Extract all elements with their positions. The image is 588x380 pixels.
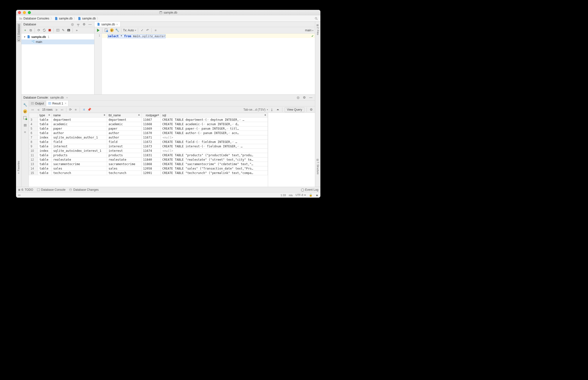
cell-name[interactable]: sacramentocrime [52,162,107,166]
cell-type[interactable]: table [38,162,52,166]
run-button[interactable] [96,28,100,33]
breadcrumb-item[interactable]: Database Consoles [18,17,50,20]
tx-mode-label[interactable]: Tx: Auto [123,29,134,32]
stop-icon[interactable]: ■ [74,107,78,112]
cell-name[interactable]: sales [52,166,107,171]
cell-name[interactable]: department [52,117,107,122]
cell-type[interactable]: table [38,157,52,162]
cell-sql[interactable]: CREATE TABLE paper⏎(⏎ panum INTEGER,⏎ ti… [161,126,268,131]
cell-tbl_name[interactable]: sales [107,166,142,171]
gear-icon[interactable]: ⚙ [309,107,313,112]
cell-name[interactable]: author [52,131,107,135]
tab-output[interactable]: Output [29,100,46,106]
col-sql[interactable]: sql◆ [161,113,268,117]
cell-sql[interactable]: CREATE TABLE "products" ("productCode" t… [161,153,268,157]
table-icon[interactable] [56,28,60,33]
close-console-icon[interactable]: × [66,96,68,99]
table-row[interactable]: 8tablefieldfield11672CREATE TABLE field⏎… [29,140,268,144]
gear-icon[interactable]: ⚙ [302,95,306,100]
event-log-button[interactable]: ◯ Event Log [301,188,318,191]
face-icon[interactable]: ☻ [315,194,318,197]
result-table[interactable]: type◆ name◆ tbl_name◆ rootpage◆ sql◆ 3ta… [29,113,268,175]
cell-sql[interactable]: CREATE TABLE "sacramentocrime" ("cdateti… [161,162,268,166]
cell-rootpage[interactable]: 11670 [142,131,161,135]
chevron-down-icon[interactable]: ▾ [135,29,136,32]
cell-rootpage[interactable]: 12091 [142,171,161,175]
last-page-icon[interactable]: ⏭ [60,107,64,112]
todo-button[interactable]: ≣ 6: TODO [18,188,33,191]
table-row[interactable]: 12tablerealestaterealestate11840CREATE T… [29,157,268,162]
cell-name[interactable]: field [52,140,107,144]
stop-icon[interactable]: ■ [23,130,27,134]
edit-icon[interactable]: ✎ [61,28,65,33]
cell-rootpage[interactable]: 11672 [142,140,161,144]
breadcrumb-item[interactable]: sample.db [54,17,74,20]
cell-tbl_name[interactable]: interest [107,144,142,149]
cell-type[interactable]: index [38,149,52,153]
schema-selector[interactable]: main [305,29,311,32]
cell-type[interactable]: table [38,171,52,175]
explain-plan-icon[interactable]: p [23,109,27,113]
first-page-icon[interactable]: ⏮ [30,107,35,112]
cell-sql[interactable]: CREATE TABLE "techcrunch" ("permalink" t… [161,171,268,175]
reload-icon[interactable]: ⟳ [68,107,73,112]
target-icon[interactable]: ◎ [70,22,75,27]
cell-rootpage[interactable]: 11840 [142,157,161,162]
table-row[interactable]: 10indexsqlite_autoindex_interest_1intere… [29,149,268,153]
breadcrumb-item[interactable]: sample.db [77,17,97,20]
table-row[interactable]: 11tableproductsproducts11831CREATE TABLE… [29,153,268,157]
cell-tbl_name[interactable]: realestate [107,157,142,162]
prev-page-icon[interactable]: ◀ [36,107,40,112]
cell-name[interactable]: sqlite_autoindex_author_1 [52,135,107,140]
cell-sql[interactable]: CREATE TABLE interest⏎(⏎ fieldnum INTEGE… [161,144,268,149]
database-tree[interactable]: ▼ sample.db 1 main [21,34,94,95]
minimize-panel-icon[interactable]: — [88,22,92,27]
table-row[interactable]: 7indexsqlite_autoindex_author_1author116… [29,135,268,140]
table-row[interactable]: 13tablesacramentocrimesacramentocrime118… [29,162,268,166]
close-tab-icon[interactable]: × [65,102,66,105]
cell-sql[interactable]: CREATE TABLE "sales" ("Transaction_date"… [161,166,268,171]
table-row[interactable]: 5tablepaperpaper11669CREATE TABLE paper⏎… [29,126,268,131]
cell-sql[interactable]: CREATE TABLE "realestate" ("street" text… [161,157,268,162]
tab-database[interactable]: 1: Database [17,23,21,42]
cell-rootpage[interactable]: 11868 [142,162,161,166]
col-rootpage[interactable]: rootpage◆ [142,113,161,117]
result-grid[interactable]: type◆ name◆ tbl_name◆ rootpage◆ sql◆ 3ta… [29,113,315,187]
cell-tbl_name[interactable]: techcrunch [107,171,142,175]
copy-icon[interactable]: ⧉ [28,28,33,33]
sync-icon[interactable] [42,28,46,33]
cell-type[interactable]: table [38,144,52,149]
close-tab-icon[interactable]: × [116,23,118,26]
cell-tbl_name[interactable]: academic [107,122,142,126]
table-row[interactable]: 6tableauthorauthor11670CREATE TABLE auth… [29,131,268,135]
wrench-icon[interactable]: 🔧 [115,28,119,33]
table-row[interactable]: 3tabledepartmentdepartment11667CREATE TA… [29,117,268,122]
cell-rootpage[interactable]: 11831 [142,153,161,157]
code-line[interactable]: select * from main.sqlite_master [108,34,315,38]
tab-favorites[interactable]: ★ Favorites [17,160,20,175]
rollback-icon[interactable]: ↶ [145,28,150,33]
split-icon[interactable]: ╤ [76,22,81,27]
filter-icon[interactable]: ⏶ [276,107,280,112]
stop-icon[interactable] [47,28,52,33]
layout-icon[interactable]: ▤ [23,123,27,127]
add-button[interactable]: + [23,28,27,33]
wrench-icon[interactable]: 🔧 [23,102,27,107]
db-changes-button[interactable]: Database Changes [69,188,99,191]
tab-result-1[interactable]: Result 1 × [46,100,69,106]
target-icon[interactable]: ◎ [296,95,300,100]
gear-icon[interactable]: ⚙ [82,22,86,27]
cell-rootpage[interactable]: 11668 [142,122,161,126]
cell-type[interactable]: table [38,131,52,135]
next-page-icon[interactable]: ▶ [55,107,59,112]
caret-down-icon[interactable]: ▼ [23,36,26,38]
cell-rootpage[interactable]: 11667 [142,117,161,122]
cell-rootpage[interactable]: 11669 [142,126,161,131]
status-left-icon[interactable]: ▭ [18,193,20,197]
cell-tbl_name[interactable]: department [107,117,142,122]
cell-rootpage[interactable]: 11673 [142,144,161,149]
cell-sql[interactable]: CREATE TABLE author⏎(⏎ panum INTEGER,⏎ a… [161,131,268,135]
cell-type[interactable]: table [38,122,52,126]
analysis-ok-icon[interactable]: ✔ [311,34,313,38]
cell-name[interactable]: realestate [52,157,107,162]
